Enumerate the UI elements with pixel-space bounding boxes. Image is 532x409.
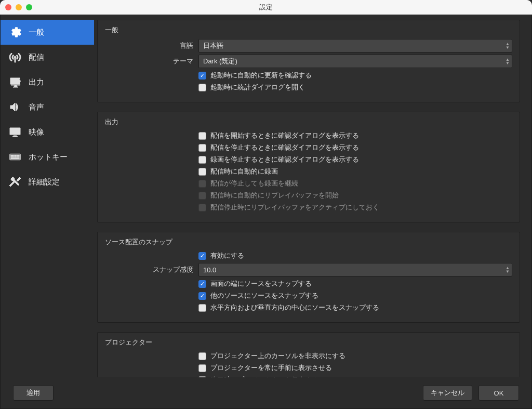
sidebar-item-stream[interactable]: 配信 (1, 45, 94, 70)
monitor-icon (8, 125, 22, 139)
open-stats-checkbox[interactable] (198, 84, 206, 91)
snap-sensitivity-input[interactable]: 10.0 ▲▼ (198, 263, 512, 276)
checkbox-label: 配信を停止するときに確認ダイアログを表示する (210, 143, 359, 152)
projector-hide-cursor-checkbox[interactable] (198, 352, 206, 360)
checkbox-label: 録画を停止するときに確認ダイアログを表示する (210, 155, 359, 164)
group-title: 一般 (105, 25, 512, 35)
sidebar-item-label: 詳細設定 (29, 177, 60, 187)
spin-value: 10.0 (203, 266, 216, 274)
checkbox-label: 有効にする (210, 251, 244, 260)
svg-rect-6 (18, 155, 20, 156)
svg-rect-5 (17, 155, 18, 156)
keep-replay-active-checkbox (198, 204, 206, 212)
checkbox-label: プロジェクター上のカーソルを非表示にする (210, 351, 345, 361)
checkbox-label: 配信時に自動的にリプレイバッファを開始 (210, 191, 339, 200)
antenna-icon (8, 50, 22, 64)
svg-rect-13 (11, 158, 12, 159)
keyboard-icon (8, 150, 22, 164)
language-label: 言語 (105, 41, 193, 50)
theme-label: テーマ (105, 57, 193, 66)
confirm-stop-record-checkbox[interactable] (198, 156, 206, 164)
output-icon (8, 75, 22, 89)
checkbox-label: 配信が停止しても録画を継続 (210, 179, 298, 188)
apply-button[interactable]: 適用 (13, 385, 54, 401)
combo-value: Dark (既定) (203, 57, 237, 66)
window-title: 設定 (0, 3, 532, 12)
svg-rect-9 (14, 156, 15, 157)
auto-replay-buffer-checkbox (198, 192, 206, 200)
confirm-stop-stream-checkbox[interactable] (198, 144, 206, 152)
group-title: 出力 (105, 117, 512, 127)
general-group: 一般 言語 日本語 ▲▼ テーマ Dark (既定) ▲▼ ✓ (97, 20, 520, 102)
content-panel: 一般 言語 日本語 ▲▼ テーマ Dark (既定) ▲▼ ✓ (94, 15, 531, 377)
tools-icon (8, 175, 22, 189)
settings-dialog: 一般 配信 出力 音声 (0, 15, 532, 409)
checkbox-label: 起動時に自動的に更新を確認する (210, 71, 312, 80)
sidebar-item-audio[interactable]: 音声 (1, 95, 94, 120)
gear-icon (8, 25, 22, 39)
button-bar: 適用 キャンセル OK (1, 377, 531, 408)
language-combo[interactable]: 日本語 ▲▼ (198, 39, 512, 52)
sidebar-item-label: 出力 (29, 77, 44, 87)
snapping-group: ソース配置のスナップ ✓ 有効にする スナップ感度 10.0 ▲▼ ✓ 画面の端… (97, 232, 520, 323)
projector-group: プロジェクター プロジェクター上のカーソルを非表示にする プロジェクターを常に手… (97, 332, 520, 377)
sidebar-item-hotkeys[interactable]: ホットキー (1, 144, 94, 169)
projector-always-top-checkbox[interactable] (198, 364, 206, 372)
combo-value: 日本語 (203, 41, 223, 50)
snap-center-checkbox[interactable] (198, 304, 206, 312)
svg-rect-8 (12, 156, 14, 157)
check-updates-checkbox[interactable]: ✓ (198, 72, 206, 80)
svg-rect-12 (18, 156, 20, 157)
svg-rect-11 (17, 156, 18, 157)
snap-sensitivity-label: スナップ感度 (105, 265, 193, 274)
auto-record-checkbox[interactable] (198, 168, 206, 176)
checkbox-label: プロジェクターを常に手前に表示させる (210, 363, 332, 373)
sidebar-item-advanced[interactable]: 詳細設定 (1, 169, 94, 194)
sidebar-item-general[interactable]: 一般 (1, 20, 94, 45)
sidebar-item-label: 一般 (29, 28, 44, 37)
cancel-button[interactable]: キャンセル (423, 385, 472, 401)
checkbox-label: 他のソースにソースをスナップする (210, 291, 318, 300)
svg-rect-15 (18, 158, 20, 159)
dropdown-arrows-icon: ▲▼ (506, 58, 510, 65)
snap-edges-checkbox[interactable]: ✓ (198, 280, 206, 288)
svg-rect-14 (12, 158, 17, 159)
checkbox-label: 起動時に統計ダイアログを開く (210, 83, 305, 92)
sidebar: 一般 配信 出力 音声 (1, 15, 94, 377)
group-title: ソース配置のスナップ (105, 238, 512, 247)
ok-button[interactable]: OK (478, 385, 519, 401)
checkbox-label: 水平方向および垂直方向の中心にソースをスナップする (210, 303, 379, 312)
snap-other-checkbox[interactable]: ✓ (198, 292, 206, 300)
svg-rect-7 (11, 156, 12, 157)
svg-rect-1 (11, 155, 12, 156)
titlebar: 設定 (0, 0, 532, 15)
snap-enable-checkbox[interactable]: ✓ (198, 252, 206, 260)
svg-rect-2 (12, 155, 14, 156)
sidebar-item-video[interactable]: 映像 (1, 120, 94, 144)
group-title: プロジェクター (105, 338, 512, 347)
sidebar-item-label: 映像 (29, 127, 44, 137)
checkbox-label: 配信時に自動的に録画 (210, 167, 278, 176)
sidebar-item-label: 音声 (29, 102, 44, 112)
svg-rect-4 (15, 155, 16, 156)
keep-record-checkbox (198, 180, 206, 188)
speaker-icon (8, 100, 22, 114)
stepper-arrows-icon[interactable]: ▲▼ (506, 266, 510, 273)
dropdown-arrows-icon: ▲▼ (506, 42, 510, 49)
sidebar-item-label: ホットキー (29, 152, 68, 162)
svg-rect-3 (14, 155, 15, 156)
output-group: 出力 配信を開始するときに確認ダイアログを表示する 配信を停止するときに確認ダイ… (97, 112, 520, 222)
checkbox-label: 画面の端にソースをスナップする (210, 279, 312, 288)
checkbox-label: 配信停止時にリプレイバッファをアクティブにしておく (210, 203, 379, 212)
sidebar-item-output[interactable]: 出力 (1, 70, 94, 95)
checkbox-label: 配信を開始するときに確認ダイアログを表示する (210, 131, 359, 140)
svg-rect-10 (15, 156, 16, 157)
theme-combo[interactable]: Dark (既定) ▲▼ (198, 55, 512, 68)
confirm-start-stream-checkbox[interactable] (198, 132, 206, 140)
sidebar-item-label: 配信 (29, 52, 44, 62)
